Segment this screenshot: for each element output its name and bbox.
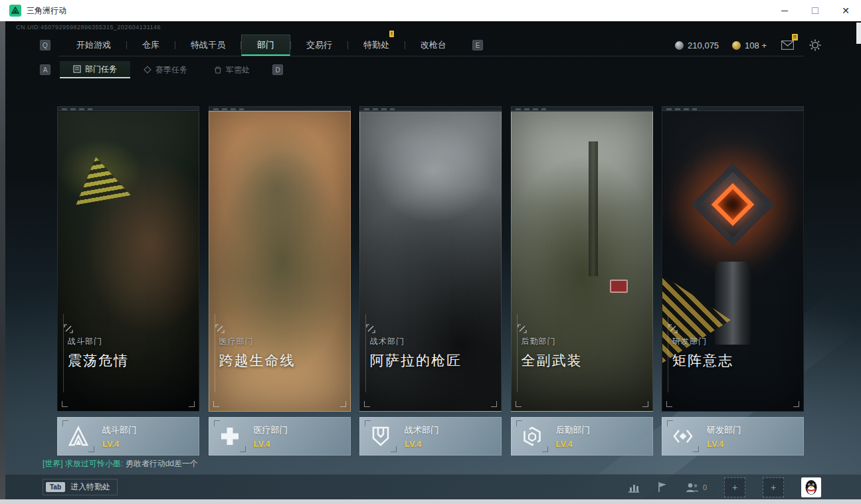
close-button[interactable]: ✕ [830,0,861,21]
department-footer-combat[interactable]: 战斗部门 LV.4 [57,417,199,456]
tab-keycap: Tab [46,482,65,492]
tab-gunsmith[interactable]: 改枪台 [405,35,462,56]
app-logo-icon [9,5,21,17]
corner-mark [793,401,799,407]
team-icon [685,482,700,493]
mail-icon [781,41,794,50]
mission-title: 震荡危情 [68,351,129,370]
subtab-label: 部门任务 [85,64,117,75]
subtab-quartermaster[interactable]: 军需处 [201,61,263,78]
subtab-label: 赛季任务 [155,64,187,76]
tab-start-game[interactable]: 开始游戏 [61,35,126,56]
silver-amount: 210,075 [688,41,719,50]
department-card-logistics[interactable]: 后勤部门 全副武装 后勤部门 LV.4 [511,106,653,456]
footer-category: 医疗部门 [254,424,288,436]
window-title: 三角洲行动 [27,5,66,17]
corner-mark [213,401,219,407]
enter-special-service-button[interactable]: Tab 进入特勤处 [43,479,118,495]
subtab-label: 军需处 [226,64,250,76]
card-caption: 医疗部门 跨越生命线 [219,336,296,370]
gold-currency[interactable]: 108 + [732,41,767,50]
mail-button[interactable]: !! [780,38,795,52]
bar-chart-icon [628,482,640,493]
card-art-shape [692,163,774,246]
card-art: 战斗部门 震荡危情 [57,111,199,412]
team-button[interactable]: 0 [685,482,707,493]
background-window-sliver [856,23,861,44]
corner-mark [642,401,648,407]
department-category: 战斗部门 [68,336,129,347]
tab-warehouse[interactable]: 仓库 [127,35,175,56]
report-button[interactable] [657,481,668,493]
nav-prev-keycap[interactable]: Q [40,40,50,50]
invite-slot-button[interactable]: + [724,477,745,497]
subnav-next-keycap[interactable]: D [272,64,283,75]
tab-operators[interactable]: 特战干员 [175,35,240,56]
card-header-strip [511,106,653,111]
chat-text: 勇敢者行动dd差一个 [126,459,198,468]
department-category: 医疗部门 [219,336,296,347]
footer-category: 后勤部门 [556,424,591,436]
department-footer-medical[interactable]: 医疗部门 LV.4 [209,417,351,456]
medical-cross-icon [214,420,246,452]
silver-coin-icon [675,41,684,50]
card-art: 研发部门 矩阵意志 [662,111,804,412]
department-level: LV.4 [707,439,741,449]
silver-currency[interactable]: 210,075 [675,41,719,50]
flag-icon [657,481,668,493]
expand-icon [668,324,678,336]
settings-button[interactable] [808,38,822,52]
nav-next-keycap[interactable]: E [472,40,483,50]
invite-slot-button[interactable]: + [763,477,784,497]
qq-invite-button[interactable] [801,477,821,497]
card-art: 医疗部门 跨越生命线 [209,111,351,412]
plus-icon: + [771,482,776,493]
card-header-strip [209,106,351,111]
plus-icon: + [732,482,737,493]
department-level: LV.4 [254,439,288,449]
corner-mark [666,401,672,407]
mission-title: 阿萨拉的枪匠 [370,351,462,370]
card-caption: 研发部门 矩阵意志 [672,336,733,370]
expand-icon [366,324,375,336]
mission-title: 矩阵意志 [672,351,733,370]
chat-message[interactable]: [世界] 求放过可怜小墨: 勇敢者行动dd差一个 [43,458,198,469]
tab-department[interactable]: 部门 [241,35,290,56]
mission-title: 跨越生命线 [219,351,296,370]
season-icon [144,66,151,74]
card-header-strip [57,106,199,111]
card-caption: 战术部门 阿萨拉的枪匠 [370,336,462,370]
logistics-hex-icon [516,420,548,452]
subtab-department-tasks[interactable]: 部门任务 [60,61,130,78]
corner-mark [491,401,497,407]
card-caption: 后勤部门 全副武装 [522,336,583,370]
minimize-button[interactable]: ─ [769,0,800,21]
department-card-research[interactable]: 研发部门 矩阵意志 研发部门 LV.4 [662,106,804,456]
nav-divider [58,56,804,56]
maximize-button[interactable]: ☐ [800,0,830,21]
tab-special-service[interactable]: 特勤处 ! [348,35,405,56]
card-art-shape [715,262,751,345]
corner-mark [364,401,370,407]
corner-mark [62,401,68,407]
bottom-bar: Tab 进入特勤处 0 + + [5,474,861,499]
department-card-medical[interactable]: 医疗部门 跨越生命线 医疗部门 LV.4 [209,106,351,456]
department-level: LV.4 [405,439,439,449]
department-footer-tactical[interactable]: 战术部门 LV.4 [359,417,502,456]
department-footer-research[interactable]: 研发部门 LV.4 [662,417,804,456]
card-art: 后勤部门 全副武装 [511,111,653,412]
department-card-combat[interactable]: 战斗部门 震荡危情 战斗部门 LV.4 [57,106,199,456]
expand-icon [215,324,225,336]
chat-channel-sender: [世界] 求放过可怜小墨: [43,459,123,468]
corner-mark [340,401,346,407]
gold-amount: 108 + [745,41,767,50]
subnav-prev-keycap[interactable]: A [40,64,50,75]
tab-market[interactable]: 交易行 [291,35,347,56]
task-list-icon [73,65,81,73]
stats-button[interactable] [628,482,640,493]
card-caption: 战斗部门 震荡危情 [68,336,129,370]
department-card-tactical[interactable]: 战术部门 阿萨拉的枪匠 战术部门 LV.4 [359,106,502,456]
card-art-shape [711,183,754,226]
subtab-season-tasks[interactable]: 赛季任务 [130,61,201,78]
department-footer-logistics[interactable]: 后勤部门 LV.4 [511,417,653,456]
